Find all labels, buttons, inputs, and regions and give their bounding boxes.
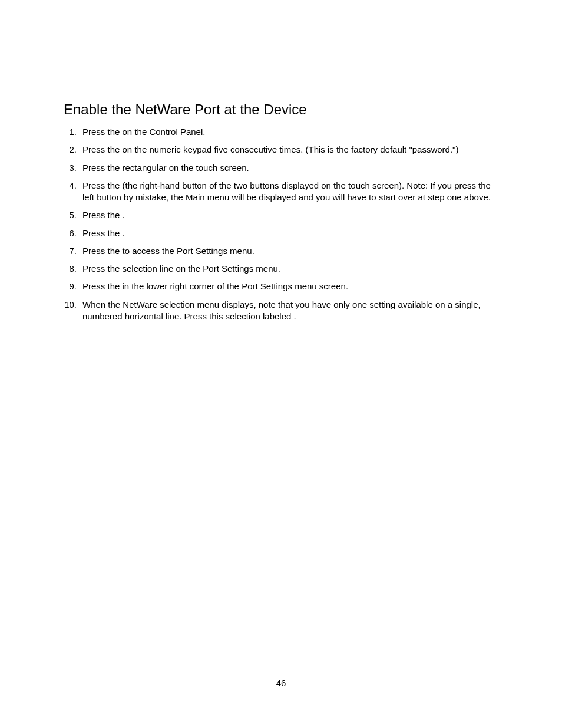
list-number: 3. — [64, 162, 82, 174]
list-item: 8. Press the selection line on the Port … — [64, 263, 503, 275]
list-number: 6. — [64, 228, 82, 239]
list-item: 7. Press the to access the Port Settings… — [64, 245, 503, 257]
list-item: 10. When the NetWare selection menu disp… — [64, 299, 503, 323]
list-number: 2. — [64, 144, 82, 156]
list-number: 7. — [64, 245, 82, 257]
list-item: 2. Press the on the numeric keypad five … — [64, 144, 503, 156]
list-number: 4. — [64, 180, 82, 204]
list-number: 1. — [64, 126, 82, 138]
list-item: 6. Press the . — [64, 228, 503, 239]
page-number: 46 — [0, 678, 562, 688]
list-item: 3. Press the rectangular on the touch sc… — [64, 162, 503, 174]
list-item: 1. Press the on the Control Panel. — [64, 126, 503, 138]
list-text: Press the in the lower right corner of t… — [82, 281, 503, 292]
list-item: 4. Press the (the right-hand button of t… — [64, 180, 503, 204]
list-number: 9. — [64, 281, 82, 292]
list-text: When the NetWare selection menu displays… — [82, 299, 503, 323]
page-title: Enable the NetWare Port at the Device — [64, 101, 503, 118]
list-text: Press the on the numeric keypad five con… — [82, 144, 503, 156]
list-text: Press the to access the Port Settings me… — [82, 245, 503, 257]
list-number: 8. — [64, 263, 82, 275]
list-item: 9. Press the in the lower right corner o… — [64, 281, 503, 292]
list-text: Press the rectangular on the touch scree… — [82, 162, 503, 174]
list-text: Press the on the Control Panel. — [82, 126, 503, 138]
list-number: 5. — [64, 209, 82, 221]
list-text: Press the . — [82, 228, 503, 239]
list-item: 5. Press the . — [64, 209, 503, 221]
list-text: Press the . — [82, 209, 503, 221]
list-text: Press the selection line on the Port Set… — [82, 263, 503, 275]
list-number: 10. — [64, 299, 82, 323]
instruction-list: 1. Press the on the Control Panel. 2. Pr… — [64, 126, 503, 322]
list-text: Press the (the right-hand button of the … — [82, 180, 503, 204]
